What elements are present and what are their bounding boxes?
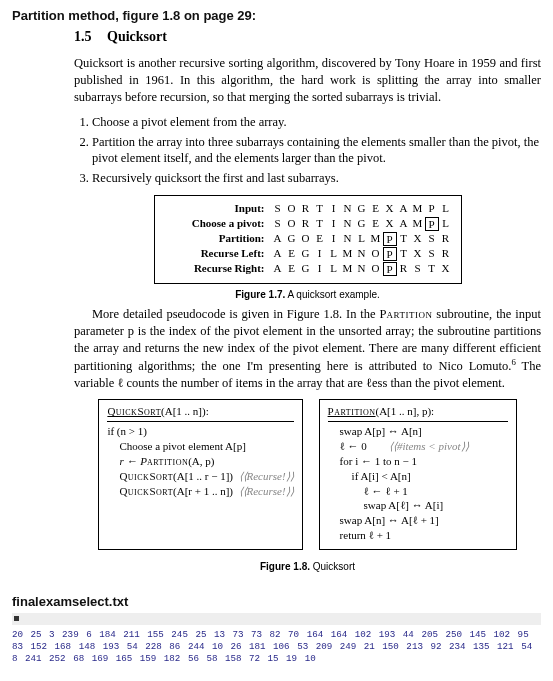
section-title: Quicksort [107,29,167,44]
section-number: 1.5 [74,29,92,44]
figure18-caption: Figure 1.8. Quicksort [260,561,355,572]
step-3: Recursively quicksort the first and last… [92,170,541,187]
step-1: Choose a pivot element from the array. [92,114,541,131]
partition-pseudocode: Partition(A[1 .. n], p): swap A[p] ↔ A[n… [319,399,517,550]
intro-paragraph: Quicksort is another recursive sorting a… [74,55,541,106]
section-caption: Partition method, figure 1.8 on page 29: [12,8,541,23]
detail-paragraph: More detailed pseudocode is given in Fig… [74,306,541,392]
section-heading: 1.5 Quicksort [74,29,541,45]
steps-list: Choose a pivot element from the array. P… [92,114,541,188]
scrollbar[interactable] [12,613,541,625]
quicksort-pseudocode: QuickSort(A[1 .. n]): if (n > 1) Choose … [98,399,302,550]
file-contents: 20 25 3 239 6 184 211 155 245 25 13 73 7… [12,629,541,665]
file-name: finalexamselect.txt [12,594,541,609]
figure17-caption: Figure 1.7. A quicksort example. [235,289,380,300]
step-2: Partition the array into three subarrays… [92,134,541,168]
quicksort-trace: Input:SORTINGEXAMPLChoose a pivot:SORTIN… [154,195,462,284]
